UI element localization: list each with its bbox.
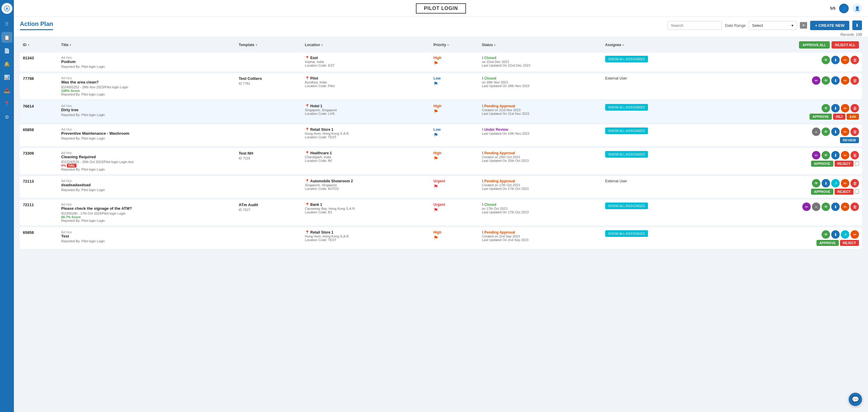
sidebar-item-action-plan[interactable]: 📋	[1, 32, 12, 43]
reject-button[interactable]: REJECT	[835, 189, 854, 195]
download-button[interactable]: ⬇	[831, 202, 840, 211]
show-assignees-button[interactable]: SHOW ALL ASSIGNEES	[605, 202, 648, 209]
reject-all-button[interactable]: REJECT ALL	[832, 41, 859, 49]
view-button[interactable]: 👁	[822, 202, 830, 211]
delete-button[interactable]: 🗑	[850, 104, 859, 113]
download-button[interactable]: ⬇	[852, 21, 862, 30]
view-button[interactable]: 👁	[822, 104, 830, 113]
sidebar-item-locations[interactable]: 📍	[1, 98, 12, 109]
download-button[interactable]: ⬇	[831, 56, 840, 64]
delete-button[interactable]: 🗑	[850, 151, 859, 159]
sidebar-item-inbox[interactable]: 📥	[1, 85, 12, 96]
delete-button[interactable]: 🗑	[850, 179, 859, 187]
reject-button[interactable]: REJECT	[835, 161, 854, 167]
main-content: PILOT LOGIN 5/5 👤 👤 Action Plan Date Ran…	[14, 0, 868, 412]
approve-button[interactable]: APPROVE	[811, 161, 833, 167]
sidebar-item-settings[interactable]: ⚙	[1, 112, 12, 122]
purple-edit-button[interactable]: ✏	[812, 151, 820, 159]
title-sort-icon[interactable]: ▾	[70, 43, 71, 47]
show-assignees-button[interactable]: SHOW ALL ASSIGNEES	[605, 56, 648, 62]
edit-button[interactable]: ✏	[841, 202, 849, 211]
approve-button[interactable]: APPROVE	[811, 189, 833, 195]
date-range-select[interactable]: Select ▾	[749, 21, 797, 30]
id-sort-icon[interactable]: ▾	[28, 43, 29, 47]
cell-actions: ✏👁⬇✏🗑	[712, 73, 862, 99]
approve-button[interactable]: APPROVE	[816, 240, 839, 246]
cell-actions: ✏=👁⬇✏🗑	[712, 199, 862, 225]
row-action-buttons: APPROVEREJEdit	[715, 114, 859, 120]
edit-action-button[interactable]: Edit	[846, 114, 859, 120]
view-button[interactable]: 👁	[822, 230, 830, 239]
priority-sort-icon[interactable]: ▾	[447, 43, 449, 47]
reject-button[interactable]: REJ	[833, 114, 845, 120]
user-avatar[interactable]: 👤	[839, 4, 849, 13]
download-button[interactable]: ⬇	[831, 127, 840, 136]
show-assignees-button[interactable]: SHOW ALL ASSIGNEES	[605, 230, 648, 237]
review-button[interactable]: REVIEW	[840, 137, 859, 143]
edit-button[interactable]: ✏	[841, 56, 849, 64]
assignee-sort-icon[interactable]: ▾	[622, 43, 624, 47]
purple-edit-button[interactable]: ✏	[812, 76, 820, 85]
user-profile[interactable]: 👤	[852, 4, 862, 13]
sidebar-item-documents[interactable]: 📄	[1, 45, 12, 56]
sidebar-item-dots[interactable]: ⠿	[1, 19, 12, 30]
equal-button[interactable]: =	[812, 202, 820, 211]
app-logo[interactable]	[1, 3, 12, 14]
cell-id: 76614	[20, 101, 58, 123]
page-title: Action Plan	[20, 21, 53, 30]
sidebar-item-analytics[interactable]: 📊	[1, 72, 12, 83]
sidebar-item-notifications[interactable]: 🔔	[1, 59, 12, 69]
cell-location: 📍Retail Store 1 Hung Hom, Hong Kong S.A.…	[302, 124, 431, 146]
approve-button[interactable]: APPROVE	[809, 114, 832, 120]
download-button[interactable]: ⬇	[831, 230, 840, 239]
show-assignees-button[interactable]: SHOW ALL ASSIGNEES	[605, 104, 648, 110]
clear-date-button[interactable]: ✕	[800, 22, 807, 29]
edit-button[interactable]: ✏	[841, 104, 849, 113]
delete-button[interactable]: 🗑	[850, 127, 859, 136]
download-button[interactable]: ⬇	[831, 76, 840, 85]
delete-button[interactable]: 🗑	[850, 56, 859, 64]
view-button[interactable]: 👁	[822, 127, 830, 136]
row-checkbox[interactable]	[855, 162, 859, 166]
create-new-button[interactable]: + CREATE NEW	[810, 21, 849, 30]
cell-status: ℹPending Approval Created on 21st Nov 20…	[479, 101, 602, 123]
show-assignees-button[interactable]: SHOW ALL ASSIGNEES	[605, 127, 648, 134]
delete-button[interactable]: 🗑	[850, 76, 859, 85]
cell-actions: 👁⬇✏🗑APPROVEREJEdit	[712, 101, 862, 123]
view-button[interactable]: 👁	[822, 151, 830, 159]
chat-bubble[interactable]: 💬	[849, 393, 862, 406]
edit-button[interactable]: ✏	[841, 127, 849, 136]
view-button[interactable]: 👁	[822, 76, 830, 85]
search-input[interactable]	[668, 21, 722, 30]
view-button[interactable]: 👁	[822, 56, 830, 64]
download-button[interactable]: ⬇	[831, 104, 840, 113]
edit-button[interactable]: ✏	[841, 151, 849, 159]
cell-title: Ad HocPlease check the signage of the AT…	[58, 199, 236, 225]
approve-all-button[interactable]: APPROVE ALL	[799, 41, 830, 49]
row-checkbox[interactable]	[855, 190, 859, 194]
cell-priority: Urgent ⚑	[430, 176, 479, 198]
cell-template	[236, 227, 302, 249]
edit-button[interactable]: ✏	[841, 76, 849, 85]
edit-button[interactable]: ✏	[850, 230, 859, 239]
template-sort-icon[interactable]: ▾	[255, 43, 257, 47]
status-sort-icon[interactable]: ▾	[494, 43, 495, 47]
cell-id: 81343	[20, 53, 58, 71]
download-button[interactable]: ⬇	[831, 151, 840, 159]
edit-button[interactable]: ✏	[841, 179, 849, 187]
cell-assignee: SHOW ALL ASSIGNEES	[602, 227, 712, 249]
purple-edit-button[interactable]: ✏	[802, 202, 811, 211]
reject-button[interactable]: REJECT	[840, 240, 859, 246]
download-button[interactable]: ⬇	[822, 179, 830, 187]
view-button[interactable]: 👁	[812, 179, 820, 187]
cell-assignee: External User	[602, 176, 712, 198]
share-button[interactable]: ↗	[831, 179, 840, 187]
cell-location: 📍Automobile Showroom 2 Singapore, Singap…	[302, 176, 431, 198]
table-header-row: ID▾ Title▾ Template▾ Location▾ Priority▾…	[20, 39, 862, 51]
location-sort-icon[interactable]: ▾	[321, 43, 323, 47]
show-assignees-button[interactable]: SHOW ALL ASSIGNEES	[605, 151, 648, 158]
cell-actions: 👁⬇↗✏APPROVEREJECT	[712, 227, 862, 249]
share-button[interactable]: ↗	[841, 230, 849, 239]
delete-button[interactable]: 🗑	[850, 202, 859, 211]
equal-button[interactable]: =	[812, 127, 820, 136]
